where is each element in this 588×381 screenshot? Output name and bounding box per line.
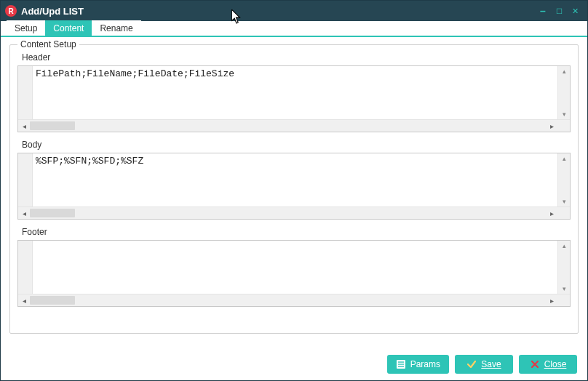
scroll-left-icon[interactable]: ◂ [18, 294, 30, 306]
header-textarea[interactable]: FilePath;FileName;FileDate;FileSize ▴ ▾ … [17, 65, 571, 132]
scroll-thumb[interactable] [30, 209, 75, 217]
gutter [18, 241, 33, 294]
body-textarea[interactable]: %SFP;%SFN;%SFD;%SFZ ▴ ▾ ◂ ▸ [17, 153, 571, 220]
body-label: Body [22, 140, 571, 150]
app-icon: R [5, 5, 17, 17]
header-label: Header [22, 52, 571, 63]
footer-text[interactable] [33, 241, 557, 294]
header-text[interactable]: FilePath;FileName;FileDate;FileSize [33, 66, 557, 119]
scroll-up-icon[interactable]: ▴ [558, 153, 570, 164]
horizontal-scrollbar[interactable]: ◂ ▸ [18, 294, 570, 306]
scroll-right-icon[interactable]: ▸ [546, 120, 557, 132]
horizontal-scrollbar[interactable]: ◂ ▸ [18, 206, 570, 219]
scroll-right-icon[interactable]: ▸ [546, 294, 557, 306]
scroll-down-icon[interactable]: ▾ [558, 196, 570, 206]
scroll-left-icon[interactable]: ◂ [18, 120, 30, 132]
group-legend: Content Setup [17, 39, 79, 49]
save-label: Save [481, 359, 501, 369]
scroll-thumb[interactable] [30, 296, 75, 305]
tab-setup[interactable]: Setup [7, 20, 45, 36]
scroll-down-icon[interactable]: ▾ [558, 109, 570, 119]
window-title: Add/Upd LIST [21, 6, 84, 17]
header-block: Header FilePath;FileName;FileDate;FileSi… [17, 52, 571, 132]
vertical-scrollbar[interactable]: ▴ ▾ [557, 241, 570, 294]
check-icon [466, 359, 477, 369]
scroll-left-icon[interactable]: ◂ [18, 207, 30, 219]
vertical-scrollbar[interactable]: ▴ ▾ [557, 153, 570, 206]
scroll-up-icon[interactable]: ▴ [558, 66, 570, 76]
params-label: Params [410, 359, 440, 369]
close-icon [530, 359, 540, 369]
body-block: Body %SFP;%SFN;%SFD;%SFZ ▴ ▾ ◂ ▸ [17, 140, 571, 220]
scroll-right-icon[interactable]: ▸ [546, 207, 557, 219]
maximize-button[interactable] [551, 5, 567, 17]
footer-label: Footer [22, 227, 571, 237]
titlebar[interactable]: R Add/Upd LIST [1, 1, 587, 21]
footer-block: Footer ▴ ▾ ◂ ▸ [17, 227, 571, 307]
body-text[interactable]: %SFP;%SFN;%SFD;%SFZ [33, 153, 557, 206]
footer-textarea[interactable]: ▴ ▾ ◂ ▸ [17, 240, 571, 307]
params-button[interactable]: Params [387, 355, 449, 374]
scroll-thumb[interactable] [30, 121, 75, 130]
close-label: Close [544, 359, 567, 369]
gutter [18, 153, 33, 206]
close-button[interactable]: Close [519, 355, 577, 374]
horizontal-scrollbar[interactable]: ◂ ▸ [18, 119, 570, 132]
tab-content[interactable]: Content [45, 20, 92, 36]
window-root: R Add/Upd LIST Setup Content Rename Cont… [0, 0, 588, 381]
minimize-button[interactable] [535, 5, 551, 17]
list-icon [396, 359, 406, 369]
tab-strip: Setup Content Rename [1, 21, 587, 37]
save-button[interactable]: Save [455, 355, 513, 374]
client-area: Content Setup Header FilePath;FileName;F… [1, 37, 587, 348]
window-close-button[interactable] [567, 5, 583, 17]
scroll-up-icon[interactable]: ▴ [558, 241, 570, 251]
scroll-down-icon[interactable]: ▾ [558, 284, 570, 294]
content-setup-group: Content Setup Header FilePath;FileName;F… [9, 44, 579, 334]
gutter [18, 66, 33, 119]
tab-rename[interactable]: Rename [92, 20, 140, 36]
dialog-button-bar: Params Save Close [1, 348, 587, 380]
vertical-scrollbar[interactable]: ▴ ▾ [557, 66, 570, 119]
